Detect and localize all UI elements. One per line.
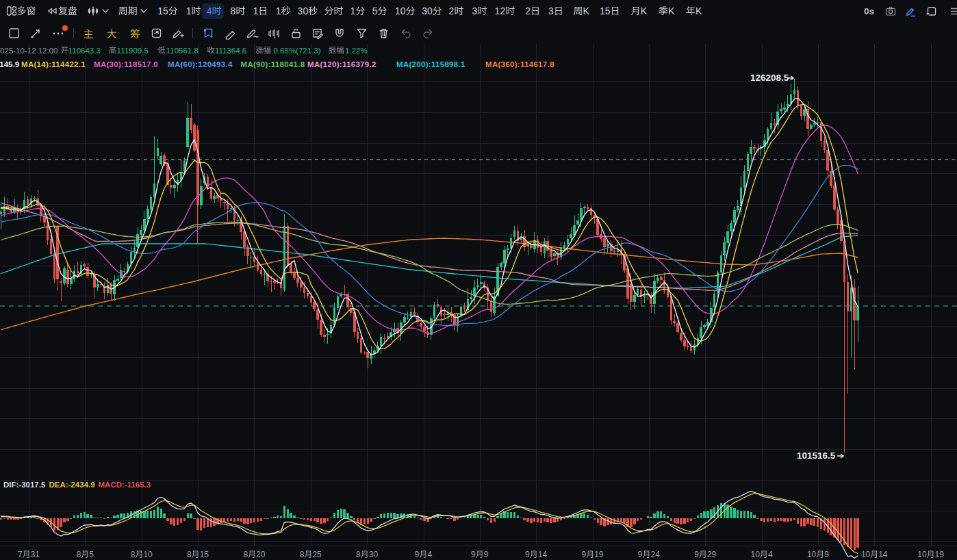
svg-text:K: K (668, 5, 675, 16)
svg-text:9: 9 (638, 550, 643, 559)
svg-text:8: 8 (243, 550, 248, 559)
svg-text:3: 3 (548, 5, 554, 16)
svg-text:MA(60):120493.4: MA(60):120493.4 (168, 60, 233, 68)
svg-text:4: 4 (428, 550, 433, 559)
svg-text:15: 15 (200, 550, 209, 559)
svg-text:5: 5 (89, 550, 94, 559)
svg-text:10: 10 (395, 5, 406, 16)
svg-text:30: 30 (298, 5, 309, 16)
svg-text:10: 10 (143, 550, 153, 559)
svg-text:MA(30):118517.0: MA(30):118517.0 (94, 60, 158, 68)
svg-text:101516.5: 101516.5 (797, 450, 836, 461)
svg-text:9: 9 (415, 550, 420, 559)
svg-text:31: 31 (31, 550, 40, 559)
svg-text:8: 8 (187, 550, 192, 559)
svg-text:1.22%: 1.22% (345, 47, 368, 55)
svg-text:10: 10 (751, 550, 761, 559)
svg-text:8: 8 (300, 550, 305, 559)
svg-text:MA(200):115898.1: MA(200):115898.1 (396, 60, 465, 68)
svg-text:30: 30 (369, 550, 379, 559)
svg-text:30: 30 (422, 5, 433, 16)
svg-text:126208.5: 126208.5 (750, 73, 789, 83)
svg-text:2025-10-12 12:00: 2025-10-12 12:00 (0, 47, 58, 55)
svg-text:15: 15 (600, 5, 611, 16)
svg-text:0s: 0s (864, 6, 874, 16)
svg-text:24: 24 (651, 550, 661, 559)
svg-text:MA(360):114617.8: MA(360):114617.8 (485, 60, 554, 68)
svg-text:1: 1 (350, 5, 356, 16)
svg-text:5: 5 (372, 5, 378, 16)
svg-text:3: 3 (472, 5, 478, 16)
svg-text:MA(14):114422.1: MA(14):114422.1 (21, 60, 86, 68)
svg-text:8: 8 (77, 550, 81, 559)
svg-text:15: 15 (157, 5, 168, 16)
svg-text:8: 8 (231, 5, 236, 16)
svg-text:4: 4 (768, 550, 773, 559)
svg-text:10: 10 (807, 550, 817, 559)
svg-text:10: 10 (917, 550, 927, 559)
svg-text:110643.3: 110643.3 (68, 47, 101, 55)
svg-text:MACD:-1165.3: MACD:-1165.3 (99, 481, 151, 489)
svg-text:K: K (583, 5, 589, 16)
svg-text:0.65%(721.3): 0.65%(721.3) (274, 47, 321, 55)
svg-text:9: 9 (471, 550, 476, 559)
svg-text:29: 29 (707, 550, 717, 559)
svg-text:9: 9 (824, 550, 829, 559)
svg-text:8: 8 (356, 550, 361, 559)
svg-text:111364.6: 111364.6 (215, 47, 246, 55)
svg-text:113145.9: 113145.9 (0, 60, 19, 68)
svg-text:14: 14 (538, 550, 548, 559)
svg-text:20: 20 (256, 550, 266, 559)
svg-text:2: 2 (449, 5, 455, 16)
svg-text:MA(120):116379.2: MA(120):116379.2 (307, 60, 377, 68)
svg-text:DEA:-2434.9: DEA:-2434.9 (49, 481, 95, 489)
svg-text:1: 1 (253, 5, 258, 16)
svg-text:9: 9 (694, 550, 699, 559)
svg-text:14: 14 (878, 550, 888, 559)
svg-text:1: 1 (186, 5, 192, 16)
svg-text:DIF:-3017.5: DIF:-3017.5 (3, 481, 46, 489)
svg-text:10: 10 (861, 550, 871, 559)
svg-text:111909.5: 111909.5 (117, 47, 149, 55)
svg-text:2: 2 (525, 5, 531, 16)
svg-text:110561.8: 110561.8 (166, 47, 199, 55)
svg-text:8: 8 (131, 550, 136, 559)
svg-text:1: 1 (276, 5, 281, 16)
svg-text:25: 25 (312, 550, 322, 559)
svg-text:4: 4 (207, 5, 212, 16)
svg-text:19: 19 (935, 550, 945, 559)
svg-text:K: K (641, 5, 648, 16)
svg-text:9: 9 (525, 550, 530, 559)
svg-text:9: 9 (582, 550, 587, 559)
svg-text:9: 9 (484, 550, 489, 559)
svg-text:K: K (696, 5, 702, 16)
svg-text:7: 7 (18, 550, 23, 559)
svg-text:12: 12 (495, 5, 506, 16)
svg-text:MA(90):118041.8: MA(90):118041.8 (241, 60, 305, 68)
svg-text:19: 19 (594, 550, 604, 559)
